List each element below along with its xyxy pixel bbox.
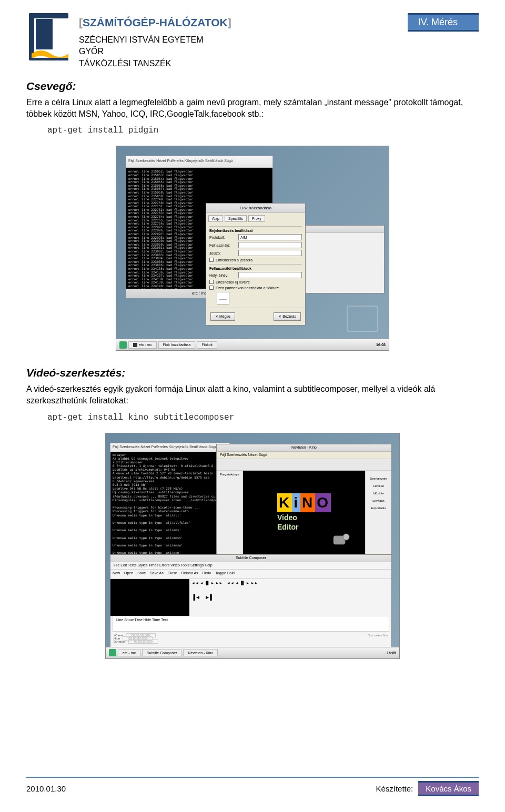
accounts-window	[295, 225, 385, 293]
screenshot-pidgin: Fájl Szerkesztés Nézet Pufferelés Könyvj…	[116, 146, 389, 351]
kino-storyboard-tab[interactable]: Forgatókönyv	[217, 471, 243, 554]
buddy-icon-placeholder[interactable]: —	[217, 292, 229, 304]
kino-subtitle-2: Editor	[277, 523, 331, 531]
kino-tab-felvétel[interactable]: Felvétel	[366, 484, 391, 488]
subtitle-tb-toggle-bold[interactable]: Toggle Bold	[215, 571, 235, 577]
kino-subtitle-1: Video	[277, 513, 331, 522]
svg-rect-1	[29, 13, 68, 18]
alias-label: Helyi álnév:	[209, 273, 238, 277]
kino-tab-exportálás[interactable]: Exportálás	[366, 506, 391, 510]
dialog-tabs: Alap Speciális Proxy	[206, 213, 305, 224]
notify-checkbox[interactable]: Értesítések új levélre	[209, 280, 302, 284]
subtitle-video-preview	[110, 579, 189, 616]
kino-preview: KiNO Video Editor	[243, 471, 365, 554]
cancel-button[interactable]: ✕ Mégse	[210, 312, 235, 321]
kino-menubar: Fájl Szerkesztés Nézet Súgó	[217, 452, 391, 459]
city: GYŐR	[79, 46, 479, 57]
taskbar2: etc - mc Subtitle Composer Névtelen - Ki…	[106, 647, 399, 658]
tab-advanced[interactable]: Speciális	[225, 215, 247, 222]
footer-author: Kovács Ákos	[418, 781, 479, 796]
svg-rect-2	[36, 19, 53, 49]
code-pidgin: apt-get install pidgin	[47, 126, 479, 135]
page-header: [SZÁMÍTÓGÉP-HÁLÓZATOK] IV. Mérés SZÉCHEN…	[26, 11, 479, 69]
kino-tab-időzítés[interactable]: Időzítés	[366, 492, 391, 495]
taskbar-item-dialog[interactable]: Fiók hozzáadása	[158, 341, 196, 349]
taskbar2-item-terminal[interactable]: etc - mc	[118, 649, 140, 656]
add-account-dialog: Fiók hozzáadása Alap Speciális Proxy Bej…	[206, 203, 306, 326]
kino-tab-szerkesztés[interactable]: Szerkesztés	[366, 477, 391, 480]
password-input[interactable]	[238, 250, 302, 256]
taskbar2-item-kino[interactable]: Névtelen - Kino	[183, 649, 218, 656]
university-name: SZÉCHENYI ISTVÁN EGYETEM	[79, 34, 479, 46]
dialog-title: Fiók hozzáadása	[206, 204, 305, 213]
subtitle-toolbar: NewOpenSaveSave AsCloseReload AsRedoTogg…	[110, 570, 391, 579]
taskbar: etc : mc Fiók hozzáadása Fiókok 16:03	[116, 339, 389, 350]
footer-made-by: Készítette:	[376, 784, 413, 793]
document-title: [SZÁMÍTÓGÉP-HÁLÓZATOK]	[79, 16, 231, 29]
subtitle-tb-save[interactable]: Save	[137, 571, 146, 577]
taskbar-item-terminal[interactable]: etc : mc	[128, 341, 157, 349]
department: TÁVKÖZLÉSI TANSZÉK	[79, 58, 479, 69]
start-button2[interactable]	[109, 649, 116, 656]
remember-checkbox[interactable]: Emlékezzen a jelszóra	[209, 258, 302, 262]
desktop-decoration-icon	[347, 306, 378, 332]
taskbar2-clock: 16:05	[387, 651, 396, 655]
terminal2-menubar: Fájl Szerkesztés Nézet Pufferelés Könyvj…	[110, 443, 229, 452]
screenshot-kino: Fájl Szerkesztés Nézet Pufferelés Könyvj…	[105, 433, 400, 659]
start-button[interactable]	[119, 341, 127, 349]
subtitle-composer-window: Subtitle Composer File Edit Texts Styles…	[110, 554, 392, 648]
subtitle-playback-controls: ◄◄ ◄ ▐▌ ► ►► ◄◄ ◄ ▐▌ ► ►► ▐◄ ►▌	[189, 579, 391, 616]
measurement-badge: IV. Mérés	[408, 13, 479, 32]
subtitle-tb-save-as[interactable]: Save As	[150, 571, 164, 577]
tab-proxy[interactable]: Proxy	[248, 215, 265, 222]
section-title-video: Videó-szerkesztés:	[26, 367, 479, 379]
partner-icon-checkbox[interactable]: Ezen partnerikon használata a fiókhoz:	[209, 286, 302, 290]
kino-tab-levágás[interactable]: Levágás	[366, 499, 391, 502]
video-body: A videó-szerkesztés egyik gyakori formáj…	[26, 383, 479, 406]
camcorder-icon	[330, 530, 350, 550]
username-label: Felhasználó:	[209, 243, 238, 247]
svg-point-5	[343, 534, 349, 540]
taskbar2-item-subtitle[interactable]: Subtitle Composer	[142, 649, 182, 656]
kino-toolbar	[217, 459, 391, 471]
taskbar-clock: 16:03	[376, 343, 386, 347]
user-settings-label: Felhasználói beállítások	[209, 267, 302, 270]
subtitle-footer: No current line Where 00:00:00.000 Hide …	[110, 632, 391, 647]
tab-basic[interactable]: Alap	[208, 215, 223, 222]
svg-rect-3	[32, 58, 68, 60]
code-kino: apt-get install kino subtitlecomposer	[47, 413, 479, 422]
password-label: Jelszó:	[209, 251, 238, 255]
subtitle-tb-close[interactable]: Close	[168, 571, 177, 577]
subtitle-tb-reload-as[interactable]: Reload As	[181, 571, 198, 577]
subtitle-tb-new[interactable]: New	[113, 571, 120, 577]
login-group-label: Bejelentkezés beállításai	[209, 229, 302, 232]
kino-titlebar: Névtelen - Kino	[217, 444, 391, 452]
csevego-body: Erre a célra Linux alatt a legmegfelelőb…	[26, 97, 479, 119]
subtitle-tb-redo[interactable]: Redo	[203, 571, 211, 577]
page-footer: 2010.01.30 Készítette: Kovács Ákos	[26, 777, 479, 796]
terminal2-window: Fájl Szerkesztés Nézet Pufferelés Könyvj…	[110, 443, 230, 569]
subtitle-tb-open[interactable]: Open	[124, 571, 133, 577]
footer-date: 2010.01.30	[26, 784, 66, 793]
university-logo	[26, 11, 71, 60]
protocol-label: Protokoll:	[209, 236, 238, 239]
section-title-csevego: Csevegő:	[26, 80, 479, 93]
subtitle-titlebar: Subtitle Composer	[110, 555, 391, 562]
kino-right-panel: SzerkesztésFelvételIdőzítésLevágásExport…	[365, 471, 391, 554]
taskbar-item-accounts[interactable]: Fiókok	[197, 341, 217, 349]
subtitle-menubar: File Edit Texts Styles Times Errors Vide…	[110, 562, 391, 570]
kino-logo: KiNO	[277, 493, 331, 512]
close-button[interactable]: ✕ Bezárás	[274, 312, 301, 321]
kino-window: Névtelen - Kino Fájl Szerkesztés Nézet S…	[216, 444, 392, 555]
username-input[interactable]	[238, 242, 302, 248]
protocol-select[interactable]: AIM	[238, 234, 302, 240]
header-text-block: [SZÁMÍTÓGÉP-HÁLÓZATOK] IV. Mérés SZÉCHEN…	[79, 11, 479, 69]
terminal-menubar: Fájl Szerkesztés Nézet Pufferelés Könyvj…	[126, 156, 272, 168]
alias-input[interactable]	[238, 272, 302, 278]
subtitle-list-header: Line Show Time Hide Time Text	[113, 616, 389, 632]
